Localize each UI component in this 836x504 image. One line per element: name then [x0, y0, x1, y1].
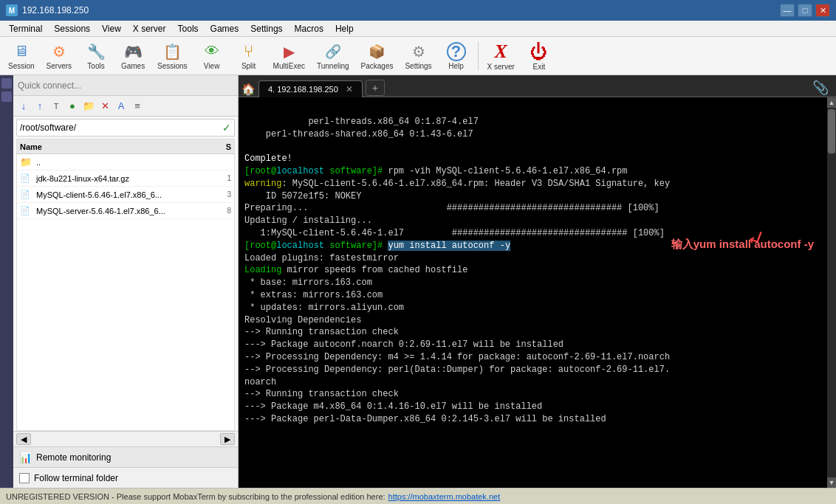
window-title: 192.168.198.250 — [22, 5, 89, 15]
fm-toolbar: ↓ ↑ T ● 📁 ✕ A ≡ — [13, 96, 238, 117]
v-scroll-down-btn[interactable]: ▼ — [827, 477, 836, 488]
menu-games[interactable]: Games — [205, 22, 245, 35]
fm-btn-delete[interactable]: ✕ — [97, 99, 112, 114]
tar-icon: 📄 — [20, 173, 33, 183]
tb-tunneling-btn[interactable]: 🔗 Tunneling — [312, 39, 354, 73]
menu-sessions[interactable]: Sessions — [48, 22, 96, 35]
view-icon: 👁 — [202, 42, 222, 61]
remote-monitoring-label: Remote monitoring — [36, 452, 111, 463]
rpm-icon-1: 📄 — [20, 190, 33, 199]
tb-split-label: Split — [241, 62, 256, 70]
file-list: Name S 📁 .. 📄 jdk-8u221-linux-x64.tar.gz… — [16, 139, 235, 431]
quick-connect-input[interactable] — [13, 79, 238, 92]
left-panel: ↓ ↑ T ● 📁 ✕ A ≡ /root/software/ ✓ Name S… — [13, 75, 239, 488]
tb-tools-btn[interactable]: 🔧 Tools — [78, 39, 114, 73]
tb-sessions-label: Sessions — [157, 62, 188, 70]
fm-btn-upload[interactable]: ↑ — [32, 99, 47, 114]
tb-packages-btn[interactable]: 📦 Packages — [356, 39, 399, 73]
tb-xserver-btn[interactable]: X X server — [482, 39, 520, 73]
menu-help[interactable]: Help — [329, 22, 360, 35]
tb-view-label: View — [204, 62, 220, 70]
maximize-button[interactable]: □ — [798, 4, 812, 17]
remote-monitoring[interactable]: 📊 Remote monitoring — [13, 446, 238, 467]
menu-tools[interactable]: Tools — [172, 22, 205, 35]
scroll-nav: ◀ ▶ — [13, 431, 238, 446]
file-item-size: 3 — [209, 190, 231, 199]
servers-icon: ⚙ — [49, 42, 69, 61]
menu-bar: Terminal Sessions View X server Tools Ga… — [0, 21, 836, 37]
fm-btn-rename[interactable]: A — [114, 99, 129, 114]
file-item-name: MySQL-server-5.6.46-1.el7.x86_6... — [36, 207, 209, 215]
tb-games-label: Games — [121, 62, 145, 70]
folder-icon: 📁 — [20, 156, 33, 168]
tb-view-btn[interactable]: 👁 View — [194, 39, 230, 73]
path-bar: /root/software/ ✓ — [16, 119, 235, 137]
file-item-size: 8 — [209, 207, 231, 215]
tb-settings-btn[interactable]: ⚙ Settings — [400, 39, 436, 73]
tb-multiexec-label: MultiExec — [273, 62, 305, 70]
menu-terminal[interactable]: Terminal — [3, 22, 48, 35]
sessions-icon: 📋 — [162, 42, 182, 61]
menu-view[interactable]: View — [96, 22, 127, 35]
v-scroll-up-btn[interactable]: ▲ — [827, 97, 836, 108]
follow-terminal-label: Follow terminal folder — [34, 473, 118, 483]
v-scroll-thumb[interactable] — [828, 109, 835, 153]
list-item[interactable]: 📁 .. — [17, 154, 234, 170]
list-item[interactable]: 📄 MySQL-server-5.6.46-1.el7.x86_6... 8 — [17, 203, 234, 219]
tb-help-btn[interactable]: ? Help — [439, 39, 474, 73]
tab-add-button[interactable]: + — [366, 80, 385, 96]
tb-tools-label: Tools — [87, 62, 104, 70]
scroll-right-btn[interactable]: ▶ — [220, 433, 235, 445]
menu-macros[interactable]: Macros — [289, 22, 329, 35]
path-bar-check-icon: ✓ — [222, 122, 231, 134]
file-item-name: MySQL-client-5.6.46-1.el7.x86_6... — [36, 190, 209, 199]
session-icon: 🖥 — [11, 42, 32, 61]
fm-btn-terminal[interactable]: T — [49, 99, 64, 114]
tb-servers-btn[interactable]: ⚙ Servers — [41, 39, 77, 73]
status-link[interactable]: https://mobaxterm.mobatek.net — [388, 492, 501, 501]
status-text: UNREGISTERED VERSION - Please support Mo… — [6, 492, 386, 501]
annotation-container: ↱ 输入yum install autoconf -y — [244, 450, 821, 488]
terminal-tab-active[interactable]: 4. 192.168.198.250 ✕ — [258, 80, 363, 97]
fm-btn-newfolder[interactable]: 📁 — [81, 99, 96, 114]
follow-terminal-checkbox[interactable] — [19, 473, 30, 483]
attach-icon[interactable]: 📎 — [808, 80, 833, 96]
minimize-button[interactable]: — — [780, 4, 795, 17]
terminal-output[interactable]: perl-threads.x86_64 0:1.87-4.el7 perl-th… — [239, 97, 827, 488]
tools-icon: 🔧 — [86, 42, 106, 61]
right-panel: 🏠 4. 192.168.198.250 ✕ + 📎 perl-threads.… — [239, 75, 836, 488]
tb-games-btn[interactable]: 🎮 Games — [115, 39, 151, 73]
tb-session-label: Session — [8, 62, 35, 70]
file-item-name: jdk-8u221-linux-x64.tar.gz — [36, 174, 209, 183]
menu-xserver[interactable]: X server — [127, 22, 172, 35]
tab-bar: 🏠 4. 192.168.198.250 ✕ + 📎 — [239, 75, 836, 97]
tab-close-icon[interactable]: ✕ — [346, 84, 353, 94]
tb-sessions-btn[interactable]: 📋 Sessions — [152, 39, 193, 73]
follow-terminal: Follow terminal folder — [13, 467, 238, 488]
sidebar-mini-btn-1[interactable] — [1, 78, 12, 89]
sidebar-mini-btn-2[interactable] — [1, 92, 12, 102]
title-bar-left: M 192.168.198.250 — [6, 4, 89, 16]
tb-session-btn[interactable]: 🖥 Session — [3, 39, 40, 73]
tb-packages-label: Packages — [361, 62, 394, 70]
tb-help-label: Help — [448, 62, 464, 70]
fm-btn-download[interactable]: ↓ — [16, 99, 31, 114]
close-button[interactable]: ✕ — [815, 4, 830, 17]
rpm-icon-2: 📄 — [20, 206, 33, 215]
file-list-header: Name S — [17, 139, 234, 154]
split-icon: ⑂ — [239, 42, 259, 61]
tb-exit-btn[interactable]: ⏻ Exit — [521, 39, 557, 73]
list-item[interactable]: 📄 jdk-8u221-linux-x64.tar.gz 1 — [17, 170, 234, 187]
file-header-name: Name — [17, 142, 205, 151]
menu-settings[interactable]: Settings — [244, 22, 288, 35]
fm-btn-menu[interactable]: ≡ — [130, 99, 145, 114]
scroll-left-btn[interactable]: ◀ — [16, 433, 31, 445]
fm-btn-connect[interactable]: ● — [65, 99, 80, 114]
packages-icon: 📦 — [366, 42, 387, 61]
app-icon: M — [6, 4, 18, 16]
list-item[interactable]: 📄 MySQL-client-5.6.46-1.el7.x86_6... 3 — [17, 187, 234, 203]
status-bar: UNREGISTERED VERSION - Please support Mo… — [0, 488, 836, 504]
tb-multiexec-btn[interactable]: ▶ MultiExec — [268, 39, 310, 73]
tb-split-btn[interactable]: ⑂ Split — [231, 39, 267, 73]
tab-label: 4. 192.168.198.250 — [268, 85, 338, 94]
